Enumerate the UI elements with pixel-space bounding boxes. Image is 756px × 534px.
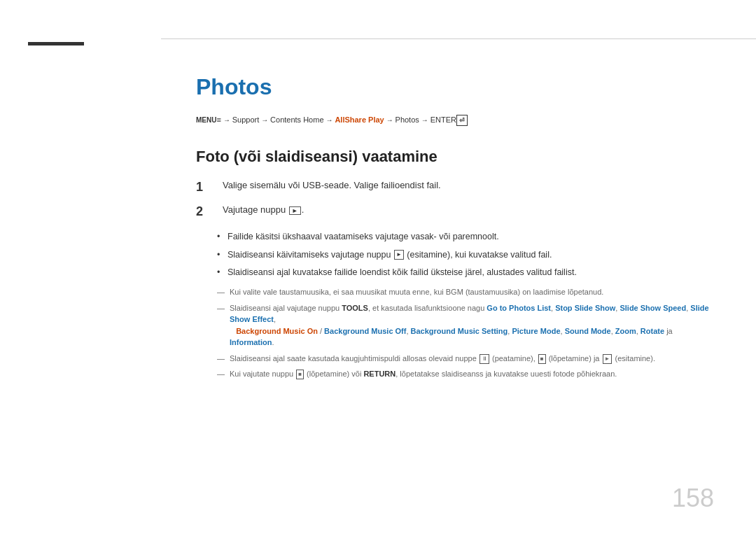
menu-step-enter: ENTER⏎: [430, 115, 468, 124]
link-bgm-off: Background Music Off: [324, 327, 406, 335]
play-icon-bullet2: ►: [394, 250, 404, 260]
link-bgm-setting: Background Music Setting: [411, 327, 508, 335]
link-information: Information: [230, 338, 272, 346]
note-4: Kui vajutate nuppu ■ (lõpetamine) või RE…: [217, 368, 714, 380]
link-sound-mode: Sound Mode: [565, 327, 611, 335]
play-icon-step2: ►: [289, 206, 301, 215]
pause-icon: ⏸: [479, 354, 489, 364]
menu-step-allshare: AllShare Play: [335, 115, 384, 124]
menu-step-contents: Contents Home: [270, 115, 323, 124]
menu-symbol: ≡: [216, 115, 220, 124]
step-1-text: Valige sisemälu või USB-seade. Valige fa…: [223, 180, 441, 190]
note-4-text: Kui vajutate nuppu ■ (lõpetamine) või RE…: [230, 370, 617, 378]
note-list: Kui valite vale taustamuusika, ei saa mu…: [217, 286, 714, 380]
step-1-number: 1: [196, 180, 217, 195]
bullet-list: Failide käsitsi ükshaaval vaatamiseks va…: [217, 230, 714, 279]
menu-keyword: MENU: [196, 116, 216, 124]
sidebar: [0, 0, 161, 534]
menu-step-support: Support: [232, 115, 260, 124]
enter-icon: ⏎: [456, 115, 468, 126]
stop-icon-note4: ■: [296, 370, 304, 379]
tools-keyword: TOOLS: [342, 304, 368, 312]
note-1-text: Kui valite vale taustamuusika, ei saa mu…: [230, 288, 603, 296]
page-number: 158: [672, 484, 714, 513]
note-3-text: Slaidiseansi ajal saate kasutada kaugjuh…: [230, 354, 655, 363]
note-2-text: Slaidiseansi ajal vajutage nuppu TOOLS, …: [230, 304, 709, 347]
page-container: Photos MENU≡ → Support → Contents Home →…: [0, 0, 756, 534]
content-area: Photos MENU≡ → Support → Contents Home →…: [161, 38, 756, 534]
numbered-list: 1 Valige sisemälu või USB-seade. Valige …: [196, 180, 714, 220]
page-title: Photos: [196, 74, 714, 100]
play-icon-note3: ►: [603, 354, 612, 364]
bullet-1-text: Failide käsitsi ükshaaval vaatamiseks va…: [227, 232, 499, 241]
step-1: 1 Valige sisemälu või USB-seade. Valige …: [196, 180, 714, 195]
link-picture-mode: Picture Mode: [512, 327, 560, 335]
note-3: Slaidiseansi ajal saate kasutada kaugjuh…: [217, 353, 714, 365]
link-rotate: Rotate: [640, 327, 664, 335]
bullet-1: Failide käsitsi ükshaaval vaatamiseks va…: [217, 230, 714, 244]
link-stop-show: Stop Slide Show: [555, 304, 615, 312]
section-title: Foto (või slaidiseansi) vaatamine: [196, 148, 714, 166]
sidebar-bar: [28, 42, 84, 45]
bullet-2-text: Slaidiseansi käivitamiseks vajutage nupp…: [227, 250, 552, 260]
bullet-3: Slaidiseansi ajal kuvatakse failide loen…: [217, 266, 714, 279]
link-go-photos: Go to Photos List: [486, 304, 551, 312]
note-1: Kui valite vale taustamuusika, ei saa mu…: [217, 286, 714, 298]
menu-step-photos: Photos: [396, 115, 419, 124]
step-2-text: Vajutage nuppu ►.: [223, 204, 304, 215]
link-show-speed: Slide Show Speed: [620, 304, 686, 312]
note-2: Slaidiseansi ajal vajutage nuppu TOOLS, …: [217, 302, 714, 349]
stop-icon: ■: [538, 354, 546, 364]
step-2: 2 Vajutage nuppu ►.: [196, 204, 714, 220]
menu-path: MENU≡ → Support → Contents Home → AllSha…: [196, 114, 714, 127]
step-2-number: 2: [196, 204, 217, 220]
bullet-3-text: Slaidiseansi ajal kuvatakse failide loen…: [227, 267, 577, 277]
link-bgm-on: Background Music On: [236, 327, 318, 335]
bullet-2: Slaidiseansi käivitamiseks vajutage nupp…: [217, 248, 714, 262]
return-keyword: RETURN: [363, 370, 396, 378]
link-zoom: Zoom: [615, 327, 636, 335]
